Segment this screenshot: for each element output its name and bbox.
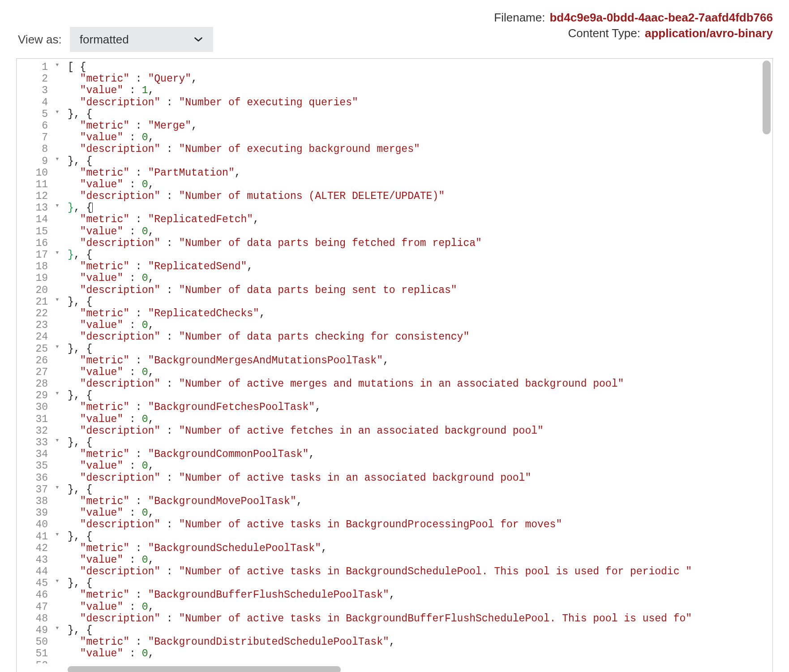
- code-line[interactable]: "value" : 0,: [68, 132, 772, 143]
- code-line[interactable]: "value" : 0,: [68, 601, 772, 613]
- content-type-label: Content Type:: [568, 26, 640, 40]
- code-line[interactable]: "description" : "Number of active tasks …: [68, 472, 772, 484]
- code-line[interactable]: "description" : "Number of data parts be…: [68, 284, 772, 296]
- code-line[interactable]: "description" : "Number of executing que…: [68, 97, 772, 108]
- view-as-select[interactable]: formatted: [70, 27, 213, 52]
- vertical-scrollbar-thumb[interactable]: [763, 60, 771, 134]
- line-number: 8: [17, 143, 60, 155]
- code-line[interactable]: "metric" : "Merge",: [68, 120, 772, 132]
- code-line[interactable]: }, {: [68, 202, 772, 214]
- line-number: 39: [17, 507, 60, 519]
- code-line[interactable]: "value" : 0,: [68, 179, 772, 190]
- code-line[interactable]: "description" : "Number of data parts ch…: [68, 331, 772, 343]
- code-line[interactable]: "metric" : "PartMutation",: [68, 167, 772, 179]
- code-line[interactable]: "value" : 0,: [68, 554, 772, 566]
- code-line[interactable]: "metric" : "BackgroundMovePoolTask",: [68, 495, 772, 507]
- code-line[interactable]: "metric" : "BackgroundSchedulePoolTask",: [68, 543, 772, 554]
- filename-value: bd4c9e9a-0bdd-4aac-bea2-7aafd4fdb766: [549, 11, 773, 25]
- code-line[interactable]: "description" : "Number of active tasks …: [68, 566, 772, 577]
- line-number: 17: [17, 249, 60, 261]
- line-number: 29: [17, 390, 60, 401]
- code-line[interactable]: "value" : 0,: [68, 648, 772, 659]
- line-number: 46: [17, 589, 60, 601]
- line-number: 43: [17, 554, 60, 566]
- code-line[interactable]: "value" : 0,: [68, 272, 772, 284]
- line-number: 21: [17, 296, 60, 308]
- line-number: 33: [17, 437, 60, 448]
- line-number: 1: [17, 61, 60, 73]
- line-number: 34: [17, 448, 60, 460]
- line-number: 4: [17, 97, 60, 108]
- line-number: 23: [17, 319, 60, 331]
- line-number-gutter: 1234567891011121314151617181920212223242…: [17, 59, 60, 663]
- code-line[interactable]: }, {: [68, 296, 772, 308]
- line-number: 27: [17, 366, 60, 378]
- code-line[interactable]: }, {: [68, 577, 772, 589]
- code-line[interactable]: [ {: [68, 61, 772, 73]
- code-line[interactable]: "metric" : "Query",: [68, 73, 772, 85]
- code-line[interactable]: }, {: [68, 155, 772, 167]
- code-line[interactable]: [68, 660, 772, 663]
- header-bar: View as: formatted Filename: bd4c9e9a-0b…: [0, 11, 789, 58]
- line-number: 20: [17, 284, 60, 296]
- vertical-scrollbar[interactable]: [763, 60, 771, 663]
- line-number: 35: [17, 460, 60, 472]
- code-line[interactable]: "metric" : "BackgroundCommonPoolTask",: [68, 448, 772, 460]
- line-number: 30: [17, 401, 60, 413]
- code-line[interactable]: }, {: [68, 437, 772, 448]
- code-line[interactable]: "value" : 0,: [68, 226, 772, 237]
- filename-row: Filename: bd4c9e9a-0bdd-4aac-bea2-7aafd4…: [494, 11, 773, 25]
- line-number: 47: [17, 601, 60, 613]
- code-line[interactable]: "value" : 1,: [68, 85, 772, 96]
- line-number: 48: [17, 613, 60, 625]
- view-as-value: formatted: [80, 33, 129, 47]
- line-number: 10: [17, 167, 60, 179]
- line-number: 11: [17, 179, 60, 190]
- line-number: 52: [17, 660, 60, 663]
- code-line[interactable]: }, {: [68, 625, 772, 636]
- code-line[interactable]: "metric" : "BackgroundBufferFlushSchedul…: [68, 589, 772, 601]
- line-number: 45: [17, 577, 60, 589]
- code-line[interactable]: "description" : "Number of mutations (AL…: [68, 190, 772, 202]
- code-line[interactable]: "value" : 0,: [68, 366, 772, 378]
- code-line[interactable]: "metric" : "BackgroundFetchesPoolTask",: [68, 401, 772, 413]
- code-line[interactable]: "metric" : "BackgroundMergesAndMutations…: [68, 355, 772, 366]
- code-line[interactable]: "description" : "Number of active tasks …: [68, 519, 772, 530]
- code-line[interactable]: "metric" : "ReplicatedFetch",: [68, 214, 772, 225]
- code-line[interactable]: "description" : "Number of executing bac…: [68, 143, 772, 155]
- code-line[interactable]: }, {: [68, 390, 772, 401]
- content-type-value: application/avro-binary: [645, 26, 773, 40]
- horizontal-scrollbar[interactable]: [68, 666, 763, 672]
- code-line[interactable]: }, {: [68, 249, 772, 261]
- code-line[interactable]: }, {: [68, 484, 772, 495]
- code-line[interactable]: "value" : 0,: [68, 460, 772, 472]
- code-line[interactable]: "value" : 0,: [68, 414, 772, 425]
- line-number: 9: [17, 155, 60, 167]
- code-line[interactable]: "description" : "Number of active tasks …: [68, 613, 772, 625]
- code-content[interactable]: [ { "metric" : "Query", "value" : 1, "de…: [68, 59, 772, 663]
- line-number: 51: [17, 648, 60, 659]
- code-line[interactable]: }, {: [68, 108, 772, 120]
- line-number: 31: [17, 414, 60, 425]
- code-line[interactable]: "value" : 0,: [68, 319, 772, 331]
- code-line[interactable]: "value" : 0,: [68, 507, 772, 519]
- line-number: 38: [17, 495, 60, 507]
- code-line[interactable]: }, {: [68, 531, 772, 543]
- line-number: 40: [17, 519, 60, 530]
- code-editor[interactable]: 1234567891011121314151617181920212223242…: [16, 58, 773, 672]
- code-line[interactable]: "description" : "Number of active fetche…: [68, 425, 772, 437]
- code-line[interactable]: "metric" : "ReplicatedSend",: [68, 261, 772, 272]
- content-type-row: Content Type: application/avro-binary: [568, 26, 773, 40]
- code-line[interactable]: }, {: [68, 343, 772, 355]
- view-as-label: View as:: [18, 33, 62, 47]
- horizontal-scrollbar-thumb[interactable]: [68, 666, 341, 672]
- code-line[interactable]: "metric" : "ReplicatedChecks",: [68, 308, 772, 319]
- code-line[interactable]: "description" : "Number of active merges…: [68, 378, 772, 390]
- line-number: 2: [17, 73, 60, 85]
- code-line[interactable]: "metric" : "BackgroundDistributedSchedul…: [68, 636, 772, 648]
- line-number: 50: [17, 636, 60, 648]
- line-number: 3: [17, 85, 60, 96]
- line-number: 7: [17, 132, 60, 143]
- code-line[interactable]: "description" : "Number of data parts be…: [68, 237, 772, 249]
- line-number: 36: [17, 472, 60, 484]
